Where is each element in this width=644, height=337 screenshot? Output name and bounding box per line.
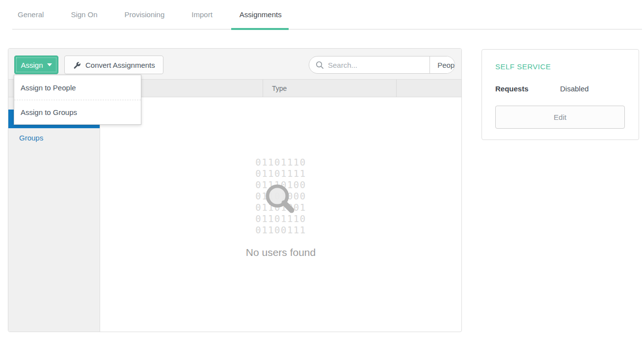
caret-down-icon	[47, 63, 52, 66]
tab-assignments[interactable]: Assignments	[240, 0, 282, 29]
binary-line: 01101111	[255, 168, 306, 179]
app-assignments-page: General Sign On Provisioning Import Assi…	[0, 0, 644, 337]
sidebar-item-groups[interactable]: Groups	[8, 128, 100, 147]
tabs-divider	[12, 29, 642, 29]
panel-body: People Groups 01101110 01101111 01110100…	[8, 97, 461, 332]
edit-button[interactable]: Edit	[495, 106, 625, 129]
assign-button[interactable]: Assign	[14, 56, 58, 74]
search-input[interactable]	[324, 61, 429, 69]
table-content: 01101110 01101111 01110100 01101000 0110…	[100, 97, 461, 332]
binary-line: 01100111	[255, 225, 306, 236]
assign-button-label: Assign	[21, 61, 43, 69]
filter-sidebar: People Groups	[8, 97, 100, 332]
self-service-title: SELF SERVICE	[495, 62, 551, 71]
empty-state-message: No users found	[100, 247, 461, 258]
wrench-icon	[73, 61, 81, 69]
search-filter-dropdown[interactable]: People	[429, 56, 455, 73]
empty-state: 01101110 01101111 01110100 01101000 0110…	[100, 97, 461, 258]
column-header-type: Type	[263, 80, 396, 97]
self-service-panel: SELF SERVICE Requests Disabled Edit	[482, 49, 639, 140]
tab-provisioning[interactable]: Provisioning	[125, 0, 165, 29]
tab-bar: General Sign On Provisioning Import Assi…	[18, 0, 309, 29]
tab-general[interactable]: General	[18, 0, 44, 29]
convert-assignments-button[interactable]: Convert Assignments	[64, 56, 163, 74]
search-icon	[316, 61, 324, 69]
column-header-actions	[396, 80, 461, 97]
search-zone	[309, 56, 429, 73]
requests-row: Requests Disabled	[495, 84, 589, 93]
binary-line: 01101110	[255, 157, 306, 168]
search-pill: People	[309, 56, 455, 74]
convert-assignments-label: Convert Assignments	[85, 61, 155, 69]
requests-label: Requests	[495, 84, 560, 93]
assign-dropdown-menu: Assign to People Assign to Groups	[14, 75, 141, 125]
menu-item-assign-to-groups[interactable]: Assign to Groups	[14, 100, 141, 124]
binary-art: 01101110 01101111 01110100 01101000 0110…	[255, 157, 306, 236]
requests-status: Disabled	[560, 84, 589, 93]
magnifier-icon	[265, 183, 299, 218]
tab-import[interactable]: Import	[191, 0, 213, 29]
menu-item-assign-to-people[interactable]: Assign to People	[14, 75, 141, 100]
tab-sign-on[interactable]: Sign On	[71, 0, 97, 29]
search-filter-value: People	[437, 61, 455, 69]
